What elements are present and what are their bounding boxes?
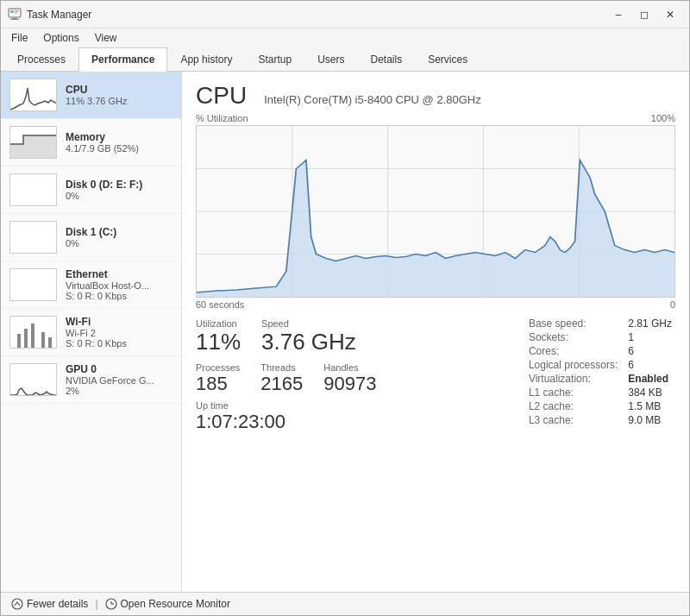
handles-value: 90973 (323, 373, 376, 395)
chart-x-left: 60 seconds (196, 299, 244, 310)
resource-monitor-icon (105, 598, 117, 610)
sidebar-item-cpu[interactable]: CPU 11% 3.76 GHz (1, 72, 181, 119)
memory-detail: 4.1/7.9 GB (52%) (66, 143, 172, 154)
processes-value: 185 (196, 373, 240, 395)
fewer-details-label: Fewer details (27, 598, 88, 610)
gpu-detail2: 2% (66, 386, 172, 396)
tab-users[interactable]: Users (304, 47, 357, 72)
uptime-value: 1:07:23:00 (196, 411, 515, 433)
logical-label: Logical processors: (525, 358, 624, 372)
cpu-model: Intel(R) Core(TM) i5-8400 CPU @ 2.80GHz (264, 93, 481, 106)
ethernet-detail2: S: 0 R: 0 Kbps (66, 291, 172, 301)
fewer-details-button[interactable]: Fewer details (11, 598, 88, 610)
gpu-info: GPU 0 NVIDIA GeForce G... 2% (66, 363, 172, 396)
l2-value: 1.5 MB (624, 399, 675, 413)
sidebar-item-ethernet[interactable]: Ethernet VirtualBox Host-O... S: 0 R: 0 … (1, 261, 181, 309)
svg-marker-6 (10, 135, 57, 159)
utilization-value: 11% (196, 329, 241, 355)
speed-value: 3.76 GHz (261, 329, 356, 355)
cpu-header: CPU Intel(R) Core(TM) i5-8400 CPU @ 2.80… (196, 82, 675, 110)
chart-y-max: 100% (651, 113, 675, 123)
app-icon (8, 8, 22, 22)
tab-processes[interactable]: Processes (4, 47, 78, 72)
wifi-name: Wi-Fi (66, 316, 172, 328)
l3-value: 9.0 MB (624, 413, 675, 427)
sidebar-item-disk0[interactable]: Disk 0 (D: E: F:) 0% (1, 167, 181, 214)
detail-panel: CPU Intel(R) Core(TM) i5-8400 CPU @ 2.80… (182, 72, 689, 592)
sidebar-item-disk1[interactable]: Disk 1 (C:) 0% (1, 214, 181, 261)
cpu-chart (196, 125, 675, 298)
bottom-bar: Fewer details | Open Resource Monitor (1, 592, 689, 615)
handles-label: Handles (323, 362, 376, 373)
tab-startup[interactable]: Startup (245, 47, 304, 72)
tab-performance[interactable]: Performance (78, 47, 167, 72)
sidebar: CPU 11% 3.76 GHz Memory 4.1/7.9 GB (52%) (1, 72, 182, 592)
logical-value: 6 (624, 358, 675, 372)
l1-label: L1 cache: (525, 386, 624, 399)
chart-x-right: 0 (670, 299, 675, 310)
right-stats-table: Base speed: 2.81 GHz Sockets: 1 Cores: 6 (525, 317, 675, 427)
utilization-speed-row: Utilization 11% Speed 3.76 GHz (196, 318, 515, 355)
stat-row-l3: L3 cache: 9.0 MB (525, 413, 675, 427)
processes-label: Processes (196, 362, 240, 373)
basespeed-value: 2.81 GHz (624, 317, 675, 330)
l2-label: L2 cache: (525, 399, 624, 413)
gpu-thumbnail (9, 363, 57, 396)
cpu-title: CPU (196, 82, 247, 110)
sidebar-item-gpu[interactable]: GPU 0 NVIDIA GeForce G... 2% (1, 356, 181, 404)
svg-rect-1 (10, 10, 14, 13)
svg-rect-10 (17, 334, 21, 349)
wifi-info: Wi-Fi Wi-Fi 2 S: 0 R: 0 Kbps (66, 316, 172, 349)
threads-group: Threads 2165 (260, 362, 303, 395)
window-title: Task Manager (27, 9, 91, 21)
minimize-button[interactable]: – (606, 6, 630, 23)
window-controls: – ◻ ✕ (606, 6, 682, 23)
menu-view[interactable]: View (88, 30, 124, 46)
l1-value: 384 KB (624, 386, 675, 399)
stat-row-virt: Virtualization: Enabled (525, 372, 675, 386)
wifi-detail2: S: 0 R: 0 Kbps (66, 338, 172, 349)
main-content: CPU 11% 3.76 GHz Memory 4.1/7.9 GB (52%) (1, 72, 689, 592)
chart-label-top: % Utilization 100% (196, 113, 675, 123)
chevron-up-icon (11, 598, 23, 610)
menu-file[interactable]: File (4, 30, 34, 46)
right-stats: Base speed: 2.81 GHz Sockets: 1 Cores: 6 (525, 317, 675, 433)
disk0-name: Disk 0 (D: E: F:) (66, 179, 172, 191)
basespeed-label: Base speed: (525, 317, 624, 330)
memory-thumbnail (9, 126, 57, 159)
processes-threads-row: Processes 185 Threads 2165 Handles 90973 (196, 362, 515, 395)
sockets-label: Sockets: (525, 330, 624, 344)
stat-row-basespeed: Base speed: 2.81 GHz (525, 317, 675, 330)
menu-options[interactable]: Options (36, 30, 85, 46)
threads-value: 2165 (260, 373, 303, 395)
disk1-detail: 0% (66, 238, 172, 248)
wifi-thumbnail (9, 316, 57, 349)
ethernet-thumbnail (9, 268, 57, 301)
sidebar-item-memory[interactable]: Memory 4.1/7.9 GB (52%) (1, 119, 181, 167)
tab-services[interactable]: Services (415, 47, 480, 72)
tab-app-history[interactable]: App history (167, 47, 245, 72)
stat-row-cores: Cores: 6 (525, 344, 675, 358)
utilization-group: Utilization 11% (196, 318, 241, 355)
sidebar-item-wifi[interactable]: Wi-Fi Wi-Fi 2 S: 0 R: 0 Kbps (1, 309, 181, 356)
sockets-value: 1 (624, 330, 675, 344)
svg-point-23 (12, 599, 22, 609)
restore-button[interactable]: ◻ (632, 6, 656, 23)
gpu-detail1: NVIDIA GeForce G... (66, 375, 172, 386)
memory-name: Memory (66, 131, 172, 143)
svg-rect-13 (41, 332, 45, 349)
task-manager-window: Task Manager – ◻ ✕ File Options View Pro… (0, 0, 690, 616)
stat-row-logical: Logical processors: 6 (525, 358, 675, 372)
ethernet-info: Ethernet VirtualBox Host-O... S: 0 R: 0 … (66, 268, 172, 301)
cpu-detail: 11% 3.76 GHz (66, 96, 172, 106)
open-resource-monitor-button[interactable]: Open Resource Monitor (105, 598, 230, 610)
disk0-info: Disk 0 (D: E: F:) 0% (66, 179, 172, 201)
wifi-detail1: Wi-Fi 2 (66, 328, 172, 338)
cores-label: Cores: (525, 344, 624, 358)
tab-details[interactable]: Details (357, 47, 415, 72)
close-button[interactable]: ✕ (658, 6, 682, 23)
gpu-name: GPU 0 (66, 363, 172, 375)
chart-y-label: % Utilization (196, 113, 248, 123)
svg-marker-22 (197, 160, 674, 297)
title-bar: Task Manager – ◻ ✕ (1, 1, 689, 28)
